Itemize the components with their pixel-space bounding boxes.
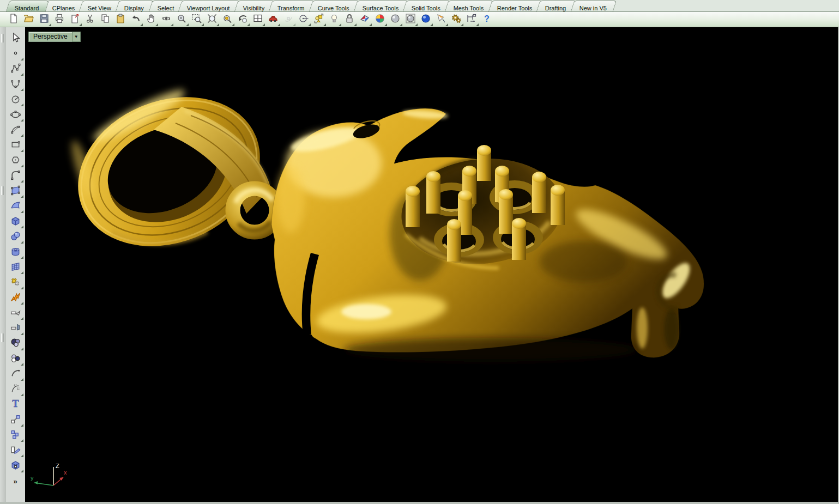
toolbar-button-copy[interactable] bbox=[98, 13, 112, 27]
sidebar-button-boolean-spheres[interactable] bbox=[7, 337, 23, 351]
toolbar-grip[interactable] bbox=[1, 333, 4, 342]
tab-solid-tools[interactable]: Solid Tools bbox=[403, 1, 450, 11]
toolbar-button-open-file[interactable] bbox=[22, 13, 36, 27]
render-car-icon bbox=[268, 13, 279, 26]
sidebar-button-circle[interactable] bbox=[7, 93, 23, 107]
adjust-curve-icon bbox=[10, 368, 21, 381]
toolbar-button-render-sphere-blue[interactable] bbox=[419, 13, 433, 27]
toolbar-button-dimension[interactable] bbox=[464, 13, 479, 27]
chevron-down-icon[interactable]: ▼ bbox=[72, 32, 80, 41]
axis-gizmo: Z x y bbox=[29, 460, 70, 494]
sidebar-button-plane-tool[interactable] bbox=[7, 444, 23, 458]
sidebar-button-cylinder[interactable] bbox=[7, 245, 23, 259]
boolean-circles-icon bbox=[10, 353, 21, 366]
lightbulb-icon bbox=[329, 13, 340, 26]
toolbar-button-render-sphere[interactable] bbox=[388, 13, 402, 27]
toolbar-button-ghost-tool[interactable] bbox=[281, 13, 295, 27]
dock-strip bbox=[0, 27, 5, 502]
sidebar-button-sphere[interactable] bbox=[7, 230, 23, 244]
tab-curve-tools[interactable]: Curve Tools bbox=[309, 1, 359, 11]
zoom-window-icon bbox=[191, 13, 202, 26]
svg-text:?: ? bbox=[484, 14, 490, 23]
sidebar-button-interpolate-curve[interactable] bbox=[7, 77, 23, 92]
viewport-layout-icon bbox=[252, 13, 263, 26]
toolbar-button-cut[interactable] bbox=[83, 13, 97, 27]
pan-hand-icon bbox=[146, 13, 156, 26]
viewport-title[interactable]: Perspective ▼ bbox=[28, 32, 81, 42]
tab-standard[interactable]: Standard bbox=[6, 1, 49, 11]
sidebar-button-adjust-curve[interactable] bbox=[7, 367, 23, 381]
toolbar-button-render-sphere-window[interactable] bbox=[403, 13, 418, 27]
toolbar-button-zoom-selected[interactable] bbox=[220, 13, 234, 27]
toolbar-grip[interactable] bbox=[1, 186, 4, 195]
sidebar-button-boolean-pieces[interactable] bbox=[7, 276, 23, 290]
toolbar-button-lightbulb[interactable] bbox=[327, 13, 341, 27]
sidebar-button-polygon[interactable] bbox=[7, 154, 23, 168]
toolbar-button-object-snap[interactable] bbox=[312, 13, 326, 27]
sidebar-button-surface-sheet[interactable] bbox=[7, 199, 23, 214]
tab-drafting[interactable]: Drafting bbox=[536, 1, 576, 11]
rectangle-icon bbox=[10, 139, 21, 152]
toolbar-button-options-gears[interactable] bbox=[449, 13, 463, 27]
toolbar-button-undo-view[interactable] bbox=[236, 13, 250, 27]
toolbar-button-render-wedge[interactable] bbox=[358, 13, 372, 27]
toolbar-button-paste[interactable] bbox=[113, 13, 128, 27]
tab-surface-tools[interactable]: Surface Tools bbox=[354, 1, 409, 11]
tab-set-view[interactable]: Set View bbox=[79, 1, 122, 11]
sidebar-button-surface-points[interactable] bbox=[7, 184, 23, 198]
sidebar-button-fillet-curves[interactable] bbox=[7, 169, 23, 183]
tab-viewport-layout[interactable]: Viewport Layout bbox=[178, 1, 240, 11]
sidebar-button-move[interactable] bbox=[7, 413, 23, 427]
sidebar-button-mesh-patch[interactable] bbox=[7, 260, 23, 275]
toolbar-button-zoom-window[interactable] bbox=[190, 13, 204, 27]
sidebar-button-select-arrow[interactable] bbox=[7, 32, 23, 46]
toolbar-tab-bar: StandardCPlanesSet ViewDisplaySelectView… bbox=[0, 0, 839, 12]
sidebar-button-control-point-curve[interactable] bbox=[7, 62, 23, 76]
toolbar-button-help[interactable]: ? bbox=[480, 13, 494, 27]
boolean-pieces-icon bbox=[10, 276, 21, 289]
sidebar-button-copy-objects[interactable] bbox=[7, 428, 23, 442]
toolbar-button-new-file[interactable] bbox=[7, 13, 21, 27]
toolbar-button-lock[interactable] bbox=[342, 13, 357, 27]
toolbar-button-zoom-dynamic[interactable] bbox=[174, 13, 189, 27]
toolbar-button-analysis-cone[interactable] bbox=[434, 13, 448, 27]
toolbar-button-save[interactable] bbox=[37, 13, 51, 27]
toolbar-button-pan-hand[interactable] bbox=[144, 13, 158, 27]
sidebar-button-chamfer-edge[interactable] bbox=[7, 321, 23, 336]
sidebar-button-box[interactable] bbox=[7, 215, 23, 229]
sidebar-button-fillet-edge[interactable] bbox=[7, 306, 23, 320]
copy-icon bbox=[100, 13, 111, 26]
viewport-title-label[interactable]: Perspective bbox=[29, 32, 72, 41]
toolbar-button-color-wheel[interactable] bbox=[373, 13, 387, 27]
rebuild-curve-icon bbox=[10, 383, 21, 396]
perspective-viewport[interactable]: Perspective ▼ bbox=[25, 27, 838, 502]
paste-icon bbox=[115, 13, 126, 26]
sidebar-button-ellipse[interactable] bbox=[7, 108, 23, 122]
sidebar-button-arc[interactable] bbox=[7, 123, 23, 137]
sidebar-button-boolean-circles[interactable] bbox=[7, 352, 23, 366]
sidebar-button-explode[interactable] bbox=[7, 291, 23, 305]
tab-cplanes[interactable]: CPlanes bbox=[43, 1, 84, 11]
toolbar-button-undo[interactable] bbox=[129, 13, 143, 27]
sidebar-button-rectangle[interactable] bbox=[7, 138, 23, 153]
tab-display[interactable]: Display bbox=[116, 1, 154, 11]
toolbar-button-render-car[interactable] bbox=[266, 13, 280, 27]
toolbar-button-zoom-extents[interactable] bbox=[205, 13, 219, 27]
sidebar-button-point[interactable] bbox=[7, 47, 23, 61]
sidebar-button-cage-edit[interactable] bbox=[7, 459, 23, 473]
toolbar-button-export-file[interactable] bbox=[68, 13, 82, 27]
box-icon bbox=[10, 215, 21, 228]
toolbar-button-cplane-tool[interactable] bbox=[297, 13, 311, 27]
toolbar-button-orbit-view[interactable] bbox=[159, 13, 173, 27]
tab-mesh-tools[interactable]: Mesh Tools bbox=[445, 1, 494, 11]
tab-transform[interactable]: Transform bbox=[269, 1, 315, 11]
svg-text:T: T bbox=[12, 398, 19, 409]
sidebar-button-more-tools[interactable]: » bbox=[7, 474, 23, 488]
toolbar-button-viewport-layout[interactable] bbox=[251, 13, 265, 27]
tab-new-in-v5[interactable]: New in V5 bbox=[571, 1, 617, 11]
sidebar-button-text-object[interactable]: T bbox=[7, 398, 23, 412]
toolbar-button-print[interactable] bbox=[52, 13, 67, 27]
tab-render-tools[interactable]: Render Tools bbox=[488, 1, 542, 11]
toolbar-grip[interactable] bbox=[1, 34, 4, 42]
sidebar-button-rebuild-curve[interactable] bbox=[7, 382, 23, 397]
